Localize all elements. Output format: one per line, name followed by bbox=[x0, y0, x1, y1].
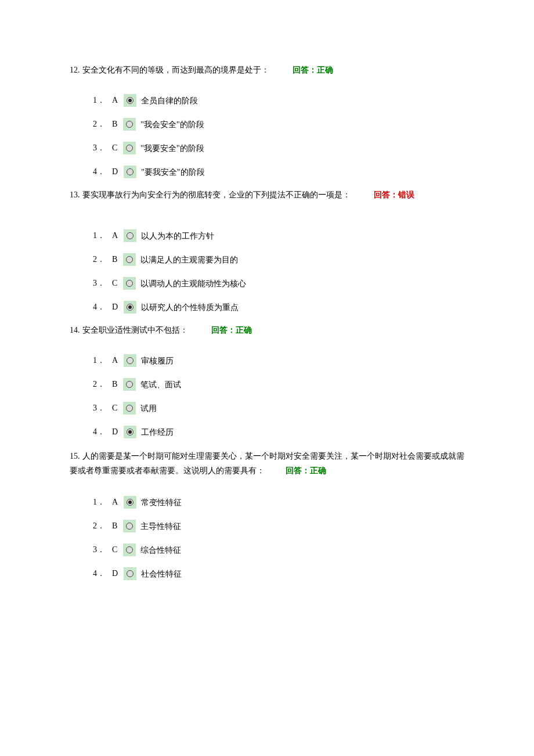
question-number: 12. bbox=[70, 64, 80, 76]
option-letter: B bbox=[112, 253, 117, 265]
option-text: 主导性特征 bbox=[140, 519, 181, 532]
option-index: 4． bbox=[93, 165, 105, 178]
option-letter: A bbox=[112, 496, 118, 508]
option-text: 以研究人的个性特质为重点 bbox=[141, 300, 239, 314]
radio-button[interactable] bbox=[123, 543, 136, 556]
option-letter: B bbox=[112, 378, 117, 390]
question-block: 14.安全职业适性测试中不包括：回答：正确1．A审核履历2．B笔试、面试3．C试… bbox=[70, 324, 464, 438]
options-list: 1．A审核履历2．B笔试、面试3．C试用4．D工作经历 bbox=[70, 354, 464, 438]
option-index: 3． bbox=[93, 142, 105, 154]
option-index: 1． bbox=[93, 229, 105, 242]
question-number: 13. bbox=[70, 189, 80, 201]
option-letter: D bbox=[112, 301, 118, 313]
radio-icon bbox=[126, 280, 133, 287]
question-header: 15.人的需要是某一个时期可能对生理需要关心，某一个时期对安全需要关注，某一个时… bbox=[70, 449, 464, 478]
radio-icon bbox=[126, 381, 133, 388]
radio-button[interactable] bbox=[123, 142, 136, 154]
question-number: 14. bbox=[70, 324, 80, 336]
option-letter: C bbox=[112, 277, 117, 289]
option-text: 试用 bbox=[140, 401, 157, 415]
option-letter: D bbox=[112, 165, 118, 178]
radio-button[interactable] bbox=[123, 118, 136, 131]
radio-button[interactable] bbox=[123, 402, 136, 415]
radio-button[interactable] bbox=[124, 496, 136, 509]
options-list: 1．A以人为本的工作方针2．B以满足人的主观需要为目的3．C以调动人的主观能动性… bbox=[70, 229, 464, 314]
radio-button[interactable] bbox=[124, 567, 136, 580]
question-text: 安全文化有不同的等级，而达到最高的境界是处于： bbox=[82, 64, 269, 76]
radio-icon bbox=[127, 232, 134, 239]
option-item: 2．B"我会安全"的阶段 bbox=[93, 117, 464, 131]
radio-icon bbox=[126, 546, 133, 553]
option-item: 1．A全员自律的阶段 bbox=[93, 93, 464, 107]
option-text: 工作经历 bbox=[141, 425, 174, 438]
radio-icon bbox=[127, 429, 134, 435]
option-index: 3． bbox=[93, 402, 105, 414]
feedback-value: 正确 bbox=[310, 466, 326, 475]
radio-icon bbox=[126, 145, 133, 152]
option-letter: A bbox=[112, 354, 118, 366]
option-index: 1． bbox=[93, 354, 105, 366]
option-index: 1． bbox=[93, 94, 105, 106]
option-item: 2．B笔试、面试 bbox=[93, 377, 464, 391]
radio-button[interactable] bbox=[124, 229, 136, 242]
options-list: 1．A全员自律的阶段2．B"我会安全"的阶段3．C"我要安全"的阶段4．D"要我… bbox=[70, 93, 464, 178]
radio-button[interactable] bbox=[123, 277, 136, 290]
options-list: 1．A常变性特征2．B主导性特征3．C综合性特征4．D社会性特征 bbox=[70, 495, 464, 580]
option-letter: C bbox=[112, 543, 117, 556]
option-item: 4．D以研究人的个性特质为重点 bbox=[93, 300, 464, 314]
option-item: 4．D工作经历 bbox=[93, 425, 464, 438]
feedback-label: 回答： bbox=[286, 466, 310, 475]
option-letter: A bbox=[112, 94, 118, 106]
option-item: 1．A常变性特征 bbox=[93, 495, 464, 509]
option-item: 3．C试用 bbox=[93, 401, 464, 415]
feedback-label: 回答： bbox=[211, 326, 236, 334]
radio-button[interactable] bbox=[124, 354, 136, 367]
option-item: 2．B主导性特征 bbox=[93, 519, 464, 532]
question-header: 12.安全文化有不同的等级，而达到最高的境界是处于：回答：正确 bbox=[70, 64, 464, 76]
radio-icon bbox=[127, 570, 134, 577]
option-text: 综合性特征 bbox=[140, 543, 181, 556]
radio-button[interactable] bbox=[124, 426, 136, 438]
option-item: 4．D社会性特征 bbox=[93, 567, 464, 580]
question-number: 15. bbox=[70, 452, 80, 460]
option-text: 全员自律的阶段 bbox=[141, 93, 198, 107]
option-letter: B bbox=[112, 520, 117, 532]
radio-icon bbox=[126, 405, 133, 412]
radio-icon bbox=[127, 168, 134, 175]
option-index: 2． bbox=[93, 378, 105, 390]
option-text: "要我安全"的阶段 bbox=[141, 165, 204, 178]
radio-button[interactable] bbox=[123, 378, 136, 391]
radio-icon bbox=[127, 97, 134, 104]
option-item: 1．A以人为本的工作方针 bbox=[93, 229, 464, 242]
radio-button[interactable] bbox=[123, 253, 136, 266]
radio-button[interactable] bbox=[124, 301, 136, 314]
option-text: 社会性特征 bbox=[141, 567, 182, 580]
question-text: 安全职业适性测试中不包括： bbox=[82, 324, 188, 336]
option-text: 以人为本的工作方针 bbox=[141, 229, 214, 242]
radio-icon bbox=[127, 357, 134, 364]
option-item: 3．C以调动人的主观能动性为核心 bbox=[93, 276, 464, 290]
radio-button[interactable] bbox=[124, 94, 136, 107]
radio-button[interactable] bbox=[124, 165, 136, 178]
question-text: 人的需要是某一个时期可能对生理需要关心，某一个时期对安全需要关注，某一个时期对社… bbox=[70, 452, 464, 475]
option-index: 4． bbox=[93, 426, 105, 438]
option-text: "我要安全"的阶段 bbox=[140, 141, 204, 154]
option-item: 3．C"我要安全"的阶段 bbox=[93, 141, 464, 154]
option-item: 3．C综合性特征 bbox=[93, 543, 464, 556]
option-letter: D bbox=[112, 426, 118, 438]
feedback-value: 正确 bbox=[317, 66, 333, 74]
option-text: 以满足人的主观需要为目的 bbox=[140, 253, 238, 266]
option-letter: D bbox=[112, 567, 118, 579]
option-item: 1．A审核履历 bbox=[93, 354, 464, 367]
option-text: 常变性特征 bbox=[141, 495, 182, 509]
option-index: 1． bbox=[93, 496, 105, 508]
radio-icon bbox=[127, 304, 134, 311]
radio-button[interactable] bbox=[123, 520, 136, 532]
radio-icon bbox=[126, 256, 133, 263]
option-index: 4． bbox=[93, 567, 105, 579]
option-index: 2． bbox=[93, 520, 105, 532]
question-block: 12.安全文化有不同的等级，而达到最高的境界是处于：回答：正确1．A全员自律的阶… bbox=[70, 64, 464, 178]
option-index: 2． bbox=[93, 118, 105, 130]
feedback-value: 正确 bbox=[236, 326, 252, 334]
question-block: 13.要实现事故行为向安全行为的彻底转变，企业的下列提法不正确的一项是：回答：错… bbox=[70, 189, 464, 314]
